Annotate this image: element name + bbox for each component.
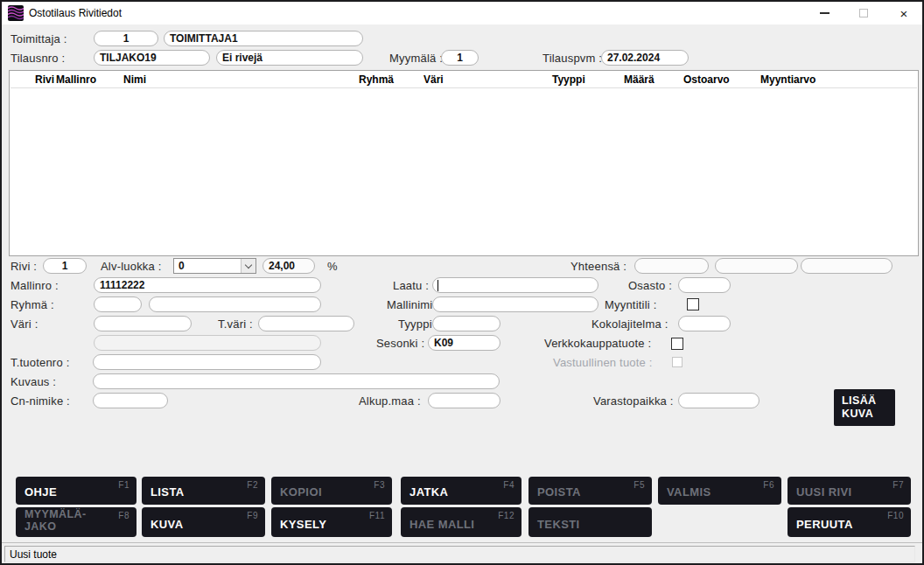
uusi-rivi-button[interactable]: F7UUSI RIVI xyxy=(788,477,911,505)
jatka-button[interactable]: F4JATKA xyxy=(401,477,522,505)
app-window: Ostotilaus Rivitiedot × Toimittaja : 1 T… xyxy=(0,0,924,565)
myymala-input[interactable]: 1 xyxy=(441,50,479,66)
tilauspvm-label: Tilauspvm : xyxy=(542,52,602,65)
valmis-button[interactable]: F6VALMIS xyxy=(658,477,781,505)
lista-button[interactable]: F2LISTA xyxy=(142,477,265,505)
percent-sign: % xyxy=(327,260,338,273)
kuvaus-label: Kuvaus : xyxy=(10,375,56,388)
mallinro-input[interactable]: 11112222 xyxy=(94,277,321,293)
maximize-button xyxy=(844,2,883,24)
tilausnro-info-field[interactable]: Ei rivejä xyxy=(216,50,363,66)
maximize-icon xyxy=(859,9,868,17)
kuvaus-input[interactable] xyxy=(93,373,500,389)
alv-luokka-select[interactable]: 0 xyxy=(173,258,256,274)
tvari-input[interactable] xyxy=(258,316,354,331)
tilausnro-input[interactable]: TILJAKO19 xyxy=(94,50,210,66)
alv-percent-field[interactable]: 24,00 xyxy=(262,258,315,274)
tilauspvm-input[interactable]: 27.02.2024 xyxy=(601,50,689,66)
ryhma-name-input[interactable] xyxy=(149,296,321,312)
toimittaja-label: Toimittaja : xyxy=(10,32,67,45)
ttuotenro-input[interactable] xyxy=(93,354,321,370)
order-rows-table: Rivi Mallinro Nimi Ryhmä Väri Tyyppi Mää… xyxy=(9,70,919,256)
tvari-label: T.väri : xyxy=(218,317,253,331)
vari-name-field xyxy=(94,335,321,351)
toimittaja-name-input[interactable]: TOIMITTAJA1 xyxy=(164,31,363,46)
col-myyntiarvo: Myyntiarvo xyxy=(760,73,816,86)
vari-input[interactable] xyxy=(94,316,192,331)
table-header-divider xyxy=(10,87,917,88)
cn-nimike-label: Cn-nimike : xyxy=(10,394,70,408)
osasto-label: Osasto : xyxy=(628,279,672,292)
varastopaikka-input[interactable] xyxy=(678,393,760,408)
myyntitili-checkbox[interactable] xyxy=(687,298,699,310)
status-text: Uusi tuote xyxy=(10,548,57,561)
window-title: Ostotilaus Rivitiedot xyxy=(29,7,122,19)
yhteensa-label: Yhteensä : xyxy=(570,260,626,273)
kopioi-button[interactable]: F3KOPIOI xyxy=(271,477,392,505)
poista-button[interactable]: F5POISTA xyxy=(528,477,652,505)
hae-malli-button[interactable]: F12HAE MALLI xyxy=(401,507,522,537)
col-ostoarvo: Ostoarvo xyxy=(683,73,730,86)
close-button[interactable]: × xyxy=(884,2,924,24)
alkupmaa-label: Alkup.maa : xyxy=(359,394,421,408)
alv-luokka-label: Alv-luokka : xyxy=(101,260,162,273)
status-bar: Uusi tuote xyxy=(2,542,922,563)
toimittaja-code-input[interactable]: 1 xyxy=(94,31,158,46)
app-logo-icon xyxy=(8,5,24,21)
kysely-button[interactable]: F11KYSELY xyxy=(271,507,392,537)
ohje-button[interactable]: F1OHJE xyxy=(16,477,136,505)
peruuta-button[interactable]: F10PERUUTA xyxy=(788,507,911,537)
col-nimi: Nimi xyxy=(123,73,146,86)
sesonki-label: Sesonki : xyxy=(376,337,424,350)
ryhma-code-input[interactable] xyxy=(94,296,142,312)
title-bar: Ostotilaus Rivitiedot × xyxy=(2,2,922,24)
laatu-label: Laatu : xyxy=(393,279,429,292)
rivi-label: Rivi : xyxy=(10,260,37,273)
kokolajitelma-label: Kokolajitelma : xyxy=(592,317,668,331)
myymalajako-button[interactable]: F8MYYMÄLÄ-JAKO xyxy=(16,507,136,537)
verkkokauppatuote-label: Verkkokauppatuote : xyxy=(544,337,651,350)
minimize-icon xyxy=(820,12,830,14)
rivi-input[interactable]: 1 xyxy=(43,258,87,274)
vastuullinen-tuote-label: Vastuullinen tuote : xyxy=(553,356,653,369)
alv-selected-value: 0 xyxy=(178,260,185,272)
kokolajitelma-input[interactable] xyxy=(678,316,731,331)
col-vari: Väri xyxy=(424,73,444,86)
osasto-input[interactable] xyxy=(678,277,731,293)
yhteensa-field-1 xyxy=(634,258,709,274)
tilausnro-label: Tilausnro : xyxy=(10,52,65,65)
ttuotenro-label: T.tuotenro : xyxy=(10,356,69,369)
mallinro-label: Mallinro : xyxy=(10,279,59,292)
col-maara: Määrä xyxy=(624,73,654,86)
cn-nimike-input[interactable] xyxy=(93,393,168,408)
verkkokauppatuote-checkbox[interactable] xyxy=(671,338,683,350)
tyyppi-input[interactable] xyxy=(432,316,500,331)
col-mallinro: Mallinro xyxy=(56,73,96,86)
text-caret xyxy=(438,280,438,291)
kuva-button[interactable]: F9KUVA xyxy=(142,507,265,537)
yhteensa-field-2 xyxy=(715,258,798,274)
lisaa-kuva-button[interactable]: LISÄÄ KUVA xyxy=(834,389,895,426)
varastopaikka-label: Varastopaikka : xyxy=(593,394,674,408)
myymala-label: Myymälä : xyxy=(389,52,443,65)
yhteensa-field-3 xyxy=(801,258,892,274)
col-rivi: Rivi xyxy=(35,73,54,86)
alkupmaa-input[interactable] xyxy=(428,393,500,408)
sesonki-input[interactable]: K09 xyxy=(428,335,500,351)
chevron-down-icon xyxy=(245,262,252,269)
teksti-button[interactable]: TEKSTI xyxy=(528,507,652,537)
ryhma-label: Ryhmä : xyxy=(10,298,54,311)
col-tyyppi: Tyyppi xyxy=(552,73,585,86)
vastuullinen-tuote-checkbox xyxy=(672,357,682,367)
vari-label: Väri : xyxy=(10,317,38,331)
status-box: Uusi tuote xyxy=(4,546,915,562)
mallinimi-label: Mallinimi : xyxy=(387,298,439,311)
close-icon: × xyxy=(900,7,908,20)
laatu-input[interactable] xyxy=(432,277,598,293)
mallinimi-input[interactable] xyxy=(432,296,598,312)
myyntitili-label: Myyntitili : xyxy=(605,298,656,311)
combo-arrow-box[interactable] xyxy=(241,259,256,273)
minimize-button[interactable] xyxy=(805,2,844,24)
col-ryhma: Ryhmä xyxy=(359,73,394,86)
